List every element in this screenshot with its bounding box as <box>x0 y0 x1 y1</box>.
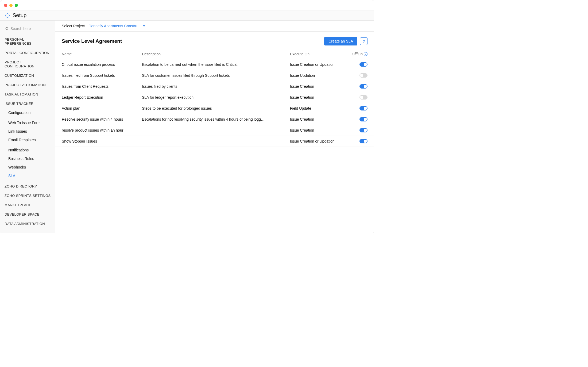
sidebar-cat-personal-preferences[interactable]: PERSONAL PREFERENCES <box>5 35 51 48</box>
toggle-knob <box>364 140 367 143</box>
cell-toggle <box>349 95 368 100</box>
table-row[interactable]: Action planSteps to be executed for prol… <box>55 103 374 114</box>
search-input[interactable] <box>10 26 50 31</box>
table-row[interactable]: Show Stopper IssuesIssue Creation or Upd… <box>55 136 374 147</box>
cell-execute-on: Issue Creation <box>290 128 349 132</box>
cell-name: resolve product issues within an hour <box>62 128 142 132</box>
cell-execute-on: Issue Creation <box>290 84 349 89</box>
sidebar-item-configuration[interactable]: Configuration <box>8 108 51 117</box>
page-title: Service Level Agreement <box>62 38 122 44</box>
cell-name: Action plan <box>62 106 142 110</box>
cell-description: SLA for customer issues filed through Su… <box>142 73 290 78</box>
sidebar-cat-developer-space[interactable]: DEVELOPER SPACE <box>5 210 51 219</box>
window-maximize-button[interactable] <box>15 4 18 7</box>
sla-toggle[interactable] <box>359 84 368 89</box>
cell-description: SLA for ledger report execution <box>142 95 290 100</box>
sidebar-cat-zoho-directory[interactable]: ZOHO DIRECTORY <box>5 182 51 191</box>
sidebar-item-link-issues[interactable]: Link Issues <box>8 127 51 136</box>
toggle-knob <box>364 107 367 110</box>
column-header-name: Name <box>62 52 142 56</box>
project-selector-label: Select Project <box>62 24 85 28</box>
svg-point-1 <box>6 27 8 29</box>
svg-point-0 <box>7 15 8 16</box>
cell-name: Resolve security issue within 4 hours <box>62 117 142 121</box>
column-header-off-on: Off/On i <box>349 52 368 56</box>
sidebar-cat-project-automation[interactable]: PROJECT AUTOMATION <box>5 80 51 90</box>
sla-toggle[interactable] <box>359 128 368 132</box>
cell-toggle <box>349 106 368 110</box>
toggle-knob <box>364 85 367 88</box>
cell-toggle <box>349 73 368 78</box>
help-button[interactable]: ? <box>360 37 368 45</box>
table-row[interactable]: Ledger Report ExecutionSLA for ledger re… <box>55 92 374 103</box>
search-icon <box>5 27 9 30</box>
cell-name: Show Stopper Issues <box>62 139 142 143</box>
svg-line-2 <box>8 29 9 30</box>
sidebar-cat-issue-tracker[interactable]: ISSUE TRACKER <box>5 99 51 108</box>
project-selector-bar: Select Project Donnelly Apartments Const… <box>55 21 374 32</box>
table-row[interactable]: Issues filed from Support ticketsSLA for… <box>55 70 374 81</box>
toggle-knob <box>364 118 367 121</box>
sla-toggle[interactable] <box>359 95 368 100</box>
cell-name: Critical issue escalation process <box>62 62 142 67</box>
window-close-button[interactable] <box>4 4 7 7</box>
sidebar-cat-portal-configuration[interactable]: PORTAL CONFIGURATION <box>5 48 51 58</box>
project-selector-dropdown[interactable]: Donnelly Apartments Constru… <box>88 24 145 28</box>
cell-description: Steps to be executed for prolonged issue… <box>142 106 290 110</box>
sidebar-item-webhooks[interactable]: Webhooks <box>8 163 51 171</box>
sla-toggle[interactable] <box>359 117 368 121</box>
cell-toggle <box>349 62 368 67</box>
table-row[interactable]: Critical issue escalation processEscalat… <box>55 59 374 70</box>
sidebar-cat-zoho-sprints-settings[interactable]: ZOHO SPRINTS SETTINGS <box>5 191 51 200</box>
sla-table: Name Description Execute On Off/On i Cri… <box>55 50 374 147</box>
toggle-knob <box>360 74 363 77</box>
main-content: Select Project Donnelly Apartments Const… <box>55 21 374 233</box>
cell-description: Escalation to be carried out when the is… <box>142 62 290 67</box>
window-minimize-button[interactable] <box>9 4 13 7</box>
sidebar-cat-data-administration[interactable]: DATA ADMINISTRATION <box>5 219 51 228</box>
page-setup-title: Setup <box>13 12 26 18</box>
table-row[interactable]: Issues from Client RequestsIssues filed … <box>55 81 374 92</box>
sla-toggle[interactable] <box>359 139 368 143</box>
sidebar-cat-marketplace[interactable]: MARKETPLACE <box>5 200 51 210</box>
sidebar-item-notifications[interactable]: Notifications <box>8 146 51 154</box>
window-titlebar <box>0 0 374 10</box>
column-header-off-on-label: Off/On <box>352 52 363 56</box>
cell-toggle <box>349 84 368 89</box>
cell-toggle <box>349 117 368 121</box>
sidebar: PERSONAL PREFERENCES PORTAL CONFIGURATIO… <box>0 21 55 233</box>
cell-description: Issues filed by clients <box>142 84 290 89</box>
cell-name: Ledger Report Execution <box>62 95 142 100</box>
cell-toggle <box>349 139 368 143</box>
sla-toggle[interactable] <box>359 73 368 78</box>
info-icon[interactable]: i <box>364 52 368 56</box>
table-row[interactable]: resolve product issues within an hourIss… <box>55 125 374 136</box>
cell-toggle <box>349 128 368 132</box>
sidebar-item-email-templates[interactable]: Email Templates <box>8 136 51 144</box>
sla-toggle[interactable] <box>359 62 368 67</box>
cell-execute-on: Issue Creation or Updation <box>290 139 349 143</box>
sidebar-cat-task-automation[interactable]: TASK AUTOMATION <box>5 90 51 99</box>
table-row[interactable]: Resolve security issue within 4 hoursEsc… <box>55 114 374 125</box>
toggle-knob <box>360 96 363 99</box>
cell-name: Issues from Client Requests <box>62 84 142 89</box>
sidebar-item-web-to-issue-form[interactable]: Web To Issue Form <box>8 118 51 127</box>
cell-description: Escalations for not resolving security i… <box>142 117 290 121</box>
table-header: Name Description Execute On Off/On i <box>55 50 374 59</box>
search-box[interactable] <box>5 25 51 32</box>
sidebar-cat-project-configuration[interactable]: PROJECT CONFIGURATION <box>5 58 51 71</box>
sidebar-item-sla[interactable]: SLA <box>8 171 51 180</box>
create-sla-button[interactable]: Create an SLA <box>324 37 357 45</box>
gear-icon <box>5 13 10 18</box>
cell-execute-on: Issue Updation <box>290 73 349 78</box>
sidebar-cat-customization[interactable]: CUSTOMIZATION <box>5 71 51 80</box>
toggle-knob <box>364 63 367 66</box>
project-selector-value: Donnelly Apartments Constru… <box>88 24 141 28</box>
chevron-down-icon <box>143 25 145 27</box>
sidebar-item-business-rules[interactable]: Business Rules <box>8 154 51 163</box>
cell-execute-on: Issue Creation <box>290 95 349 100</box>
sla-toggle[interactable] <box>359 106 368 110</box>
cell-execute-on: Issue Creation or Updation <box>290 62 349 67</box>
column-header-description: Description <box>142 52 290 56</box>
app-header: Setup <box>0 10 374 21</box>
